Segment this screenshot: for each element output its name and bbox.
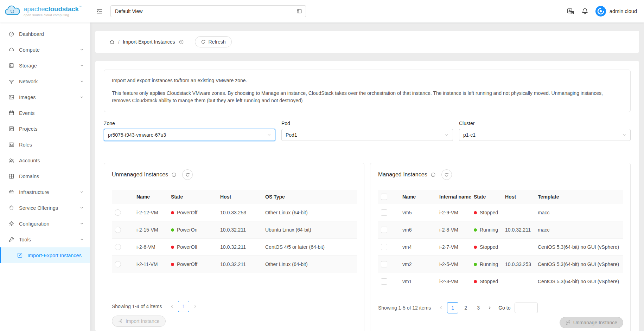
chevron-down-icon [267,133,271,137]
zone-select[interactable]: pr5075-t943-vmware-67u3 [104,129,275,141]
status-text: PowerOff [177,261,197,267]
cluster-select[interactable]: p1-c1 [459,129,631,141]
unmanage-instance-button[interactable]: Unmanage Instance [560,317,623,328]
status-dot [171,211,174,214]
page-number-button[interactable]: 2 [460,303,471,313]
row-checkbox[interactable] [381,244,387,250]
unmanaged-refresh-button[interactable] [182,169,193,180]
disconnect-icon [566,320,570,325]
managed-pagination: Showing 1-5 of 12 items 1 2 3 Go to [370,302,630,313]
view-select[interactable]: Default View [110,5,306,17]
page-number-button[interactable]: 1 [178,301,189,312]
radio-button[interactable] [115,209,121,216]
row-checkbox[interactable] [381,209,387,216]
next-page-icon[interactable] [486,306,493,310]
table-row[interactable]: vm4 i-2-7-VM Stopped CentOS 5.3(64-bit) … [378,239,623,256]
cell-host: 10.0.33.253 [505,256,538,273]
cell-host: 10.0.32.211 [220,239,265,256]
table-row[interactable]: vm6 i-2-8-VM Running 10.0.32.211 macc [378,221,623,239]
table-row[interactable]: vm5 i-2-9-VM Stopped macc [378,204,623,221]
wifi-icon [8,78,14,84]
table-row[interactable]: vm1 i-2-3-VM Stopped CentOS 5.3(64-bit) … [378,273,623,290]
next-page-icon[interactable] [191,304,199,309]
sidebar-item-roles[interactable]: Roles [0,137,90,152]
page-number-button[interactable]: 3 [473,303,484,313]
shopping-icon [8,205,14,211]
table-row[interactable]: i-2-11-VM PowerOff 10.0.32.211 Other Lin… [112,256,357,273]
sidebar-item-compute[interactable]: Compute [0,42,90,58]
sidebar-item-service-offerings[interactable]: Service Offerings [0,200,90,216]
radio-button[interactable] [115,227,121,233]
cell-internal-name: i-2-5-VM [439,256,474,273]
home-icon[interactable] [109,39,115,45]
breadcrumb-bar: / Import-Export Instances Refresh [95,31,639,53]
sidebar-item-configuration[interactable]: Configuration [0,216,90,232]
sidebar-item-label: Infrastructure [19,189,49,195]
select-column-header [112,190,136,204]
sidebar-item-events[interactable]: Events [0,105,90,121]
user-name[interactable]: admin cloud [610,8,637,14]
prev-page-icon[interactable] [168,304,176,309]
question-circle-icon[interactable] [179,39,184,45]
column-header-template: Template [538,190,623,204]
sidebar-item-tools[interactable]: Tools [0,232,90,247]
radio-button[interactable] [115,261,121,267]
cloudstack-logo[interactable]: apachecloudstack™ open source cloud comp… [0,5,92,18]
row-checkbox[interactable] [381,227,387,233]
sidebar-item-label: Images [19,95,36,100]
sidebar-item-label: Import-Export Instances [27,253,82,258]
refresh-button[interactable]: Refresh [195,36,232,47]
cell-state: PowerOff [171,204,220,221]
pod-select[interactable]: Pod1 [281,129,453,141]
sidebar-item-accounts[interactable]: Accounts [0,152,90,168]
user-avatar[interactable] [595,6,606,17]
pod-select-value: Pod1 [286,132,297,138]
translate-icon[interactable] [567,8,574,15]
managed-refresh-button[interactable] [441,169,452,180]
cell-select [112,256,136,273]
info-circle-icon[interactable] [431,172,436,177]
bell-icon[interactable] [581,8,588,15]
sidebar-item-label: Service Offerings [19,205,58,211]
row-checkbox[interactable] [381,261,387,267]
sidebar-item-images[interactable]: Images [0,89,90,105]
logo-word-cloudstack: cloudstack [45,5,79,13]
select-all-checkbox[interactable] [381,194,387,200]
sidebar-item-storage[interactable]: Storage [0,58,90,73]
sidebar-item-import-export-instances[interactable]: Import-Export Instances [0,247,90,263]
table-row[interactable]: i-2-12-VM PowerOff 10.0.33.253 Other Lin… [112,204,357,221]
goto-label: Go to [498,305,510,311]
status-text: Stopped [480,210,498,215]
cell-host: 10.0.32.211 [220,221,265,239]
team-icon [8,157,14,163]
status-dot [474,228,477,232]
managed-instances-table: Name Internal name State Host Template [378,190,623,290]
column-header-state: State [171,190,220,204]
radio-button[interactable] [115,244,121,250]
import-instance-button[interactable]: Import Instance [112,316,166,327]
sidebar-item-infrastructure[interactable]: Infrastructure [0,184,90,200]
column-header-host: Host [505,190,538,204]
sidebar-item-network[interactable]: Network [0,73,90,89]
cell-host [505,273,538,290]
row-checkbox[interactable] [381,278,387,285]
menu-fold-icon[interactable] [96,8,103,14]
page-number-button[interactable]: 1 [447,302,458,313]
top-header: apachecloudstack™ open source cloud comp… [0,0,644,22]
content-area: / Import-Export Instances Refresh Import… [90,22,644,331]
reload-icon [201,39,206,44]
prev-page-icon[interactable] [437,306,445,310]
sidebar-item-dashboard[interactable]: Dashboard [0,26,90,42]
logo-trademark: ™ [79,5,82,8]
status-dot [474,263,477,266]
cell-name: vm6 [402,221,439,239]
info-circle-icon[interactable] [171,172,177,177]
table-row[interactable]: i-2-15-VM PowerOn 10.0.32.211 Ubuntu Lin… [112,221,357,239]
cell-state: PowerOff [171,239,220,256]
table-row[interactable]: i-2-6-VM PowerOff 10.0.32.211 CentOS 4/5… [112,239,357,256]
sidebar-item-projects[interactable]: Projects [0,121,90,137]
goto-page-input[interactable] [515,303,538,313]
table-row[interactable]: vm2 i-2-5-VM Running 10.0.33.253 CentOS … [378,256,623,273]
column-header-name: Name [402,190,439,204]
sidebar-item-domains[interactable]: Domains [0,168,90,184]
